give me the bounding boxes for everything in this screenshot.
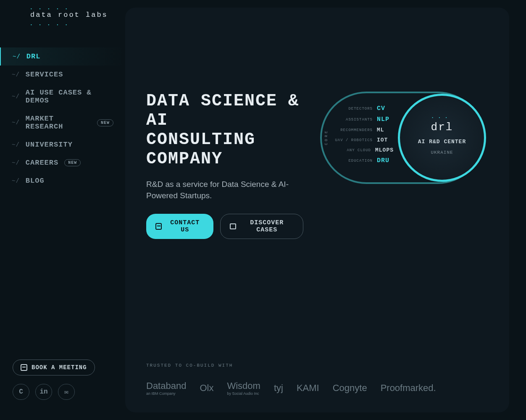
nav: ~/DRL~/SERVICES~/AI USE CASES & DEMOS~/M… <box>0 36 125 360</box>
service-label: UAV / ROBOTICS <box>335 138 373 142</box>
client-logo-olx: Olx <box>200 383 213 394</box>
center-label: AI R&D CENTER <box>418 139 466 145</box>
drl-text: drl <box>431 121 453 134</box>
client-name: tyj <box>274 383 283 394</box>
discover-label: DISCOVER CASES <box>240 219 294 234</box>
book-meeting-label: BOOK A MEETING <box>32 364 87 371</box>
new-badge: NEW <box>64 159 81 166</box>
nav-label: MARKET RESEARCH <box>26 115 91 131</box>
service-label: ANY CLOUD <box>347 148 371 152</box>
client-sub: an IBM Company <box>146 391 186 396</box>
calendar-icon <box>155 223 162 230</box>
core-label: CORE <box>324 129 329 145</box>
new-badge: NEW <box>97 119 113 126</box>
hero: DATA SCIENCE & AI CONSULTING COMPANY R&D… <box>146 92 488 239</box>
mail-icon[interactable]: ✉ <box>58 384 75 400</box>
client-logo-kami: KAMI <box>297 383 319 394</box>
nav-label: DRL <box>26 52 41 60</box>
client-name: Cognyte <box>333 383 367 394</box>
logo-text: data root labs <box>30 11 108 19</box>
nav-item-careers[interactable]: ~/CAREERSNEW <box>0 154 125 172</box>
center-circle: ••• drl AI R&D CENTER UKRAINE <box>398 94 486 182</box>
nav-prefix-icon: ~/ <box>12 178 20 184</box>
client-logo-wisdom: Wisdomby Social Audio Inc <box>227 381 260 396</box>
service-tag: IOT <box>377 137 394 143</box>
service-row: EDUCATIONDRU <box>333 157 394 164</box>
contact-us-button[interactable]: CONTACT US <box>146 214 213 239</box>
service-row: RECOMMENDERSML <box>333 127 394 133</box>
sidebar: ••••• data root labs ••••• ~/DRL~/SERVIC… <box>0 0 125 420</box>
title-line1: DATA SCIENCE & AI <box>146 92 299 130</box>
nav-item-ai-use-cases-demos[interactable]: ~/AI USE CASES & DEMOS <box>0 84 125 110</box>
service-row: UAV / ROBOTICSIOT <box>333 137 394 143</box>
title-line2: CONSULTING COMPANY <box>146 130 255 168</box>
drl-dots-icon: ••• <box>432 116 452 119</box>
nav-item-drl[interactable]: ~/DRL <box>0 47 125 66</box>
linkedin-icon[interactable]: in <box>35 384 52 400</box>
client-sub: by Social Audio Inc <box>227 391 260 396</box>
nav-item-university[interactable]: ~/UNIVERSITY <box>0 136 125 154</box>
trusted-label: TRUSTED TO CO-BUILD WITH <box>146 363 488 368</box>
client-name: Databand <box>146 381 186 391</box>
service-tag: ML <box>377 127 394 133</box>
client-name: Proofmarked. <box>381 383 436 394</box>
client-name: KAMI <box>297 383 319 394</box>
client-logos: Databandan IBM CompanyOlxWisdomby Social… <box>146 381 488 396</box>
hero-graphic: CORE DETECTORSCVASSISTANTSNLPRECOMMENDER… <box>320 92 488 188</box>
client-logo-tyj: tyj <box>274 383 283 394</box>
logo-dots-icon: ••••• <box>30 7 74 10</box>
calendar-icon <box>21 364 27 371</box>
nav-item-blog[interactable]: ~/BLOG <box>0 172 125 190</box>
service-label: EDUCATION <box>348 159 373 163</box>
client-logo-cognyte: Cognyte <box>333 383 367 394</box>
page-subtitle: R&D as a service for Data Science & AI-P… <box>146 179 303 201</box>
nav-label: UNIVERSITY <box>26 141 73 149</box>
page-title: DATA SCIENCE & AI CONSULTING COMPANY <box>146 92 303 169</box>
content-panel: DATA SCIENCE & AI CONSULTING COMPANY R&D… <box>125 8 509 412</box>
service-label: ASSISTANTS <box>346 118 373 122</box>
service-row: ANY CLOUDMLOPS <box>333 147 394 153</box>
client-name: Olx <box>200 383 213 394</box>
service-tag: DRU <box>377 157 394 164</box>
nav-prefix-icon: ~/ <box>13 53 21 60</box>
discover-cases-button[interactable]: DISCOVER CASES <box>220 214 303 239</box>
service-tag: NLP <box>377 116 394 123</box>
nav-prefix-icon: ~/ <box>12 160 20 166</box>
nav-prefix-icon: ~/ <box>12 142 20 148</box>
service-label: RECOMMENDERS <box>340 128 373 132</box>
service-row: DETECTORSCV <box>333 105 394 112</box>
service-tag: MLOPS <box>375 147 394 153</box>
client-name: Wisdom <box>227 381 260 391</box>
client-logo-databand: Databandan IBM Company <box>146 381 186 396</box>
nav-label: CAREERS <box>26 159 58 167</box>
drl-logo: ••• drl <box>431 121 453 134</box>
nav-prefix-icon: ~/ <box>12 119 20 126</box>
hero-text: DATA SCIENCE & AI CONSULTING COMPANY R&D… <box>146 92 303 239</box>
logo[interactable]: ••••• data root labs ••••• <box>0 8 125 36</box>
nav-prefix-icon: ~/ <box>12 93 20 100</box>
nav-label: AI USE CASES & DEMOS <box>26 89 113 105</box>
nav-label: BLOG <box>26 177 45 185</box>
trusted-section: TRUSTED TO CO-BUILD WITH Databandan IBM … <box>146 346 488 396</box>
center-sub: UKRAINE <box>431 150 453 155</box>
services-list: DETECTORSCVASSISTANTSNLPRECOMMENDERSMLUA… <box>333 105 394 164</box>
service-label: DETECTORS <box>348 107 373 111</box>
nav-item-market-research[interactable]: ~/MARKET RESEARCHNEW <box>0 110 125 136</box>
clutch-icon[interactable]: C <box>13 384 29 400</box>
client-logo-proofmarked: Proofmarked. <box>381 383 436 394</box>
logo-dots-icon: ••••• <box>30 23 74 26</box>
hero-buttons: CONTACT US DISCOVER CASES <box>146 214 303 239</box>
nav-label: SERVICES <box>26 71 63 79</box>
nav-item-services[interactable]: ~/SERVICES <box>0 66 125 84</box>
main: DATA SCIENCE & AI CONSULTING COMPANY R&D… <box>125 0 526 420</box>
book-meeting-button[interactable]: BOOK A MEETING <box>13 360 95 375</box>
contact-label: CONTACT US <box>166 219 204 234</box>
service-row: ASSISTANTSNLP <box>333 116 394 123</box>
sidebar-footer: BOOK A MEETING C in ✉ <box>0 360 125 412</box>
social-row: C in ✉ <box>13 384 113 400</box>
nav-prefix-icon: ~/ <box>12 71 20 78</box>
map-icon <box>230 223 236 229</box>
service-tag: CV <box>377 105 394 112</box>
